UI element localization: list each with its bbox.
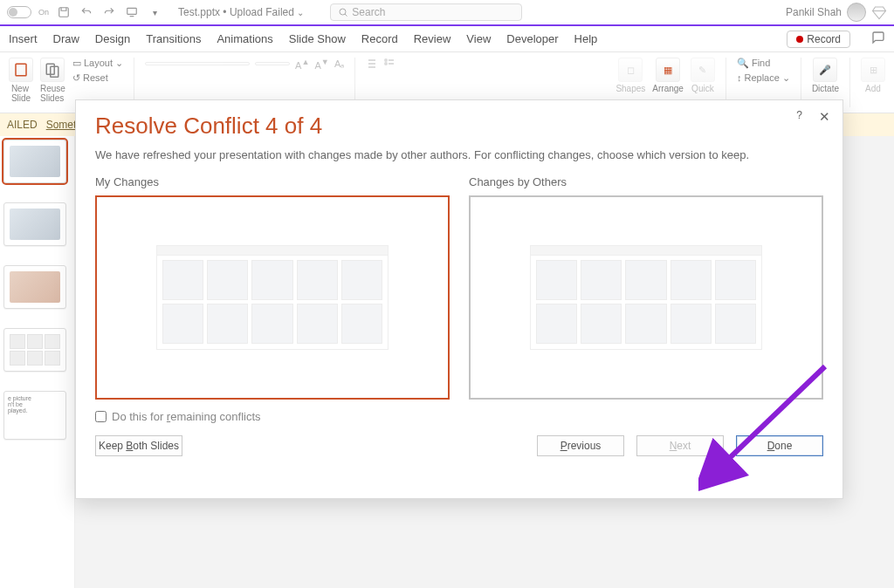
tab-transitions[interactable]: Transitions — [146, 32, 201, 45]
avatar — [847, 3, 866, 22]
keep-both-button[interactable]: Keep Both Slides — [95, 435, 182, 456]
comments-icon[interactable] — [871, 31, 885, 47]
arrange-button[interactable]: ▦Arrange — [652, 58, 684, 93]
redo-icon[interactable] — [101, 4, 117, 20]
add-button[interactable]: ⊞Add — [861, 58, 885, 93]
autosave-toggle[interactable] — [7, 6, 31, 18]
svg-point-6 — [385, 59, 387, 61]
svg-point-7 — [385, 63, 387, 65]
shapes-button[interactable]: ◻Shapes — [615, 58, 645, 93]
from-beginning-icon[interactable] — [124, 4, 140, 20]
tab-design[interactable]: Design — [95, 32, 130, 45]
svg-rect-3 — [16, 64, 26, 76]
tab-view[interactable]: View — [466, 32, 491, 45]
undo-icon[interactable] — [79, 4, 94, 20]
tab-developer[interactable]: Developer — [506, 32, 558, 45]
previous-button[interactable]: Previous — [537, 435, 624, 456]
done-button[interactable]: Done — [736, 435, 823, 456]
save-icon[interactable] — [56, 4, 72, 20]
search-box[interactable]: Search — [330, 3, 522, 21]
record-button[interactable]: Record — [787, 31, 850, 48]
autosave-label: On — [38, 8, 49, 17]
infobar-badge: AILED — [7, 119, 38, 131]
slide-thumb-4[interactable] — [3, 328, 66, 372]
new-slide-button[interactable]: New Slide — [9, 58, 33, 103]
premium-icon[interactable] — [871, 4, 887, 20]
others-changes-preview[interactable] — [469, 195, 823, 400]
dialog-close-icon[interactable]: ✕ — [819, 109, 830, 125]
dialog-help-icon[interactable]: ? — [796, 109, 802, 121]
tab-help[interactable]: Help — [574, 32, 598, 45]
tab-record[interactable]: Record — [361, 32, 398, 45]
qat-more-icon[interactable]: ▾ — [147, 4, 162, 20]
document-title: Test.pptx • Upload Failed ⌄ — [178, 6, 304, 18]
search-placeholder: Search — [352, 6, 385, 18]
svg-point-2 — [340, 9, 346, 15]
user-account[interactable]: Pankil Shah — [786, 3, 866, 22]
svg-rect-1 — [127, 8, 137, 14]
tab-insert[interactable]: Insert — [9, 32, 38, 45]
user-name: Pankil Shah — [786, 6, 842, 18]
tab-animations[interactable]: Animations — [217, 32, 272, 45]
layout-button[interactable]: ▭ Layout ⌄ — [72, 58, 123, 69]
dictate-button[interactable]: 🎤Dictate — [812, 58, 839, 93]
reuse-slides-button[interactable]: Reuse Slides — [40, 58, 65, 103]
remaining-conflicts-checkbox[interactable]: Do this for remaining conflicts — [95, 410, 823, 423]
dialog-description: We have refreshed your presentation with… — [95, 148, 823, 161]
slide-thumb-1[interactable] — [3, 140, 66, 183]
svg-rect-0 — [59, 8, 69, 17]
my-changes-label: My Changes — [95, 175, 450, 188]
resolve-conflict-dialog: ? ✕ Resolve Conflict 4 of 4 We have refr… — [75, 99, 843, 499]
others-changes-label: Changes by Others — [469, 175, 823, 188]
next-button: Next — [636, 435, 724, 456]
my-changes-preview[interactable] — [95, 195, 450, 400]
slide-thumb-5[interactable]: e picture n't be played. — [3, 391, 66, 440]
slide-thumb-2[interactable] — [3, 202, 66, 246]
reset-button[interactable]: ↺ Reset — [72, 72, 123, 84]
replace-button[interactable]: ↕ Replace ⌄ — [737, 72, 790, 84]
quick-styles-button[interactable]: ✎Quick — [691, 58, 715, 93]
find-button[interactable]: 🔍 Find — [737, 58, 790, 69]
dialog-title: Resolve Conflict 4 of 4 — [95, 113, 823, 140]
tab-slideshow[interactable]: Slide Show — [289, 32, 346, 45]
tab-review[interactable]: Review — [414, 32, 451, 45]
slide-thumb-3[interactable] — [3, 265, 66, 309]
tab-draw[interactable]: Draw — [53, 32, 79, 45]
